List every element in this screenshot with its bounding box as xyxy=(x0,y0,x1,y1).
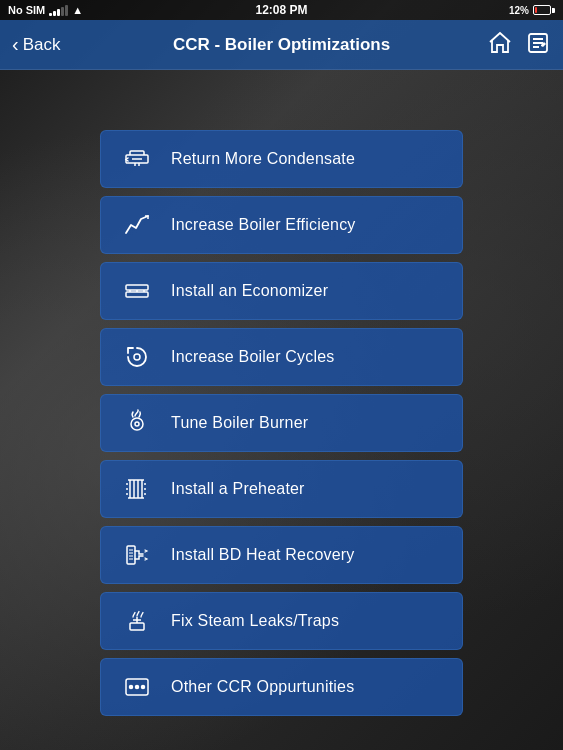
preheater-icon xyxy=(121,473,153,505)
menu-item-steam-leaks[interactable]: Fix Steam Leaks/Traps xyxy=(100,592,463,650)
svg-rect-22 xyxy=(127,546,135,564)
svg-rect-3 xyxy=(126,292,148,297)
nav-icons xyxy=(487,30,551,60)
menu-label-increase-cycles: Increase Boiler Cycles xyxy=(171,348,335,366)
steam-leaks-icon xyxy=(121,605,153,637)
status-time: 12:08 PM xyxy=(255,3,307,17)
nav-title: CCR - Boiler Optimizations xyxy=(173,35,390,55)
menu-label-other-ccr: Other CCR Oppurtunities xyxy=(171,678,354,696)
back-chevron-icon: ‹ xyxy=(12,33,19,56)
battery-percentage: 12% xyxy=(509,5,529,16)
svg-point-8 xyxy=(131,418,143,430)
menu-item-other-ccr[interactable]: Other CCR Oppurtunities xyxy=(100,658,463,716)
menu-item-bd-heat-recovery[interactable]: Install BD Heat Recovery xyxy=(100,526,463,584)
wifi-icon: ▲ xyxy=(72,4,83,16)
status-right: 12% xyxy=(509,5,555,16)
carrier-label: No SIM xyxy=(8,4,45,16)
menu-label-install-preheater: Install a Preheater xyxy=(171,480,305,498)
nav-bar: ‹ Back CCR - Boiler Optimizations xyxy=(0,20,563,70)
menu-label-tune-burner: Tune Boiler Burner xyxy=(171,414,308,432)
menu-list: Return More Condensate Increase Boiler E… xyxy=(0,70,563,750)
menu-label-steam-leaks: Fix Steam Leaks/Traps xyxy=(171,612,339,630)
efficiency-icon xyxy=(121,209,153,241)
svg-point-31 xyxy=(130,686,133,689)
svg-point-7 xyxy=(134,354,140,360)
back-button[interactable]: ‹ Back xyxy=(12,33,60,56)
battery-icon xyxy=(533,5,555,15)
status-bar: No SIM ▲ 12:08 PM 12% xyxy=(0,0,563,20)
menu-item-increase-cycles[interactable]: Increase Boiler Cycles xyxy=(100,328,463,386)
menu-item-install-economizer[interactable]: Install an Economizer xyxy=(100,262,463,320)
svg-rect-27 xyxy=(130,623,144,630)
menu-label-increase-efficiency: Increase Boiler Efficiency xyxy=(171,216,356,234)
menu-item-return-condensate[interactable]: Return More Condensate xyxy=(100,130,463,188)
svg-point-33 xyxy=(142,686,145,689)
menu-item-increase-efficiency[interactable]: Increase Boiler Efficiency xyxy=(100,196,463,254)
edit-button[interactable] xyxy=(525,30,551,60)
menu-item-install-preheater[interactable]: Install a Preheater xyxy=(100,460,463,518)
status-left: No SIM ▲ xyxy=(8,4,83,16)
svg-point-9 xyxy=(135,422,139,426)
svg-rect-2 xyxy=(126,285,148,290)
other-ccr-icon xyxy=(121,671,153,703)
burner-icon xyxy=(121,407,153,439)
menu-label-install-economizer: Install an Economizer xyxy=(171,282,328,300)
back-label: Back xyxy=(23,35,61,55)
economizer-icon xyxy=(121,275,153,307)
menu-label-bd-heat-recovery: Install BD Heat Recovery xyxy=(171,546,355,564)
cycles-icon xyxy=(121,341,153,373)
signal-icon xyxy=(49,4,68,16)
svg-point-32 xyxy=(136,686,139,689)
heat-recovery-icon xyxy=(121,539,153,571)
condensate-icon xyxy=(121,143,153,175)
home-button[interactable] xyxy=(487,30,513,60)
menu-item-tune-burner[interactable]: Tune Boiler Burner xyxy=(100,394,463,452)
menu-label-return-condensate: Return More Condensate xyxy=(171,150,355,168)
